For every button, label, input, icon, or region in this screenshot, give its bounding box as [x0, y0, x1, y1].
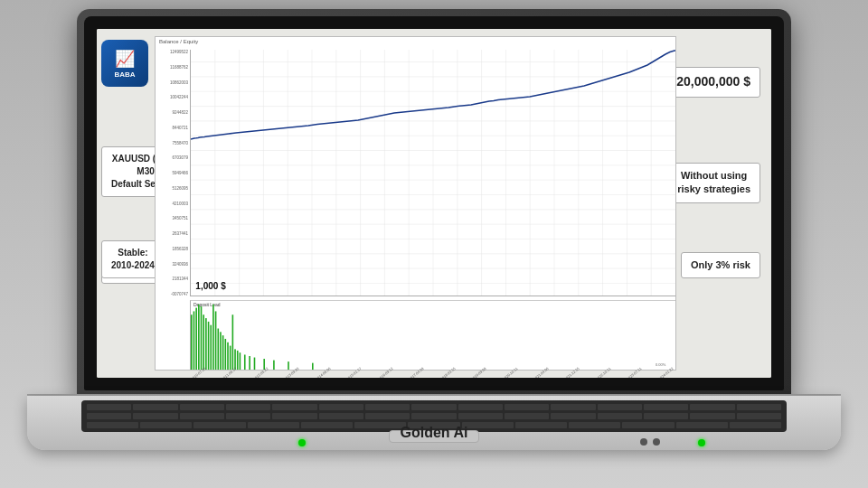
key — [133, 413, 177, 419]
svg-rect-54 — [237, 351, 239, 370]
svg-rect-46 — [217, 328, 219, 370]
key — [622, 422, 674, 428]
laptop-base: Golden Ai — [27, 396, 841, 450]
key — [737, 404, 781, 410]
svg-rect-45 — [215, 311, 217, 370]
callout-left-top-line2: M30 — [137, 166, 154, 176]
callout-bottom-right: Only 3% risk — [681, 252, 760, 278]
svg-rect-35 — [191, 314, 193, 370]
dot-2 — [653, 438, 660, 446]
svg-rect-57 — [249, 356, 250, 370]
svg-rect-49 — [225, 339, 227, 370]
key — [133, 404, 177, 410]
svg-rect-48 — [222, 335, 224, 370]
key — [193, 422, 245, 428]
svg-rect-61 — [288, 361, 289, 370]
y-label-12: 3450751 — [157, 216, 188, 221]
key — [676, 422, 728, 428]
svg-rect-37 — [195, 307, 197, 370]
key — [730, 422, 781, 428]
logo-text: BABA — [114, 70, 135, 79]
y-label-11: 4210003 — [157, 202, 188, 206]
callout-mid-right-line2: risky strategies — [677, 183, 750, 194]
y-label-10: 5126095 — [157, 186, 188, 191]
indicator-dots — [640, 438, 660, 446]
key — [365, 404, 410, 410]
svg-rect-43 — [210, 324, 212, 370]
callout-mid-right: Without using risky strategies — [667, 163, 760, 203]
deposit-svg: 0.00% — [191, 301, 675, 370]
svg-rect-44 — [212, 305, 214, 370]
svg-rect-39 — [201, 306, 203, 370]
key — [551, 404, 595, 410]
key — [644, 413, 688, 419]
svg-rect-51 — [230, 345, 231, 370]
key — [180, 404, 224, 410]
key — [411, 413, 456, 419]
key — [87, 422, 138, 428]
key — [598, 413, 642, 419]
key — [301, 422, 353, 428]
key — [248, 422, 299, 428]
key — [272, 404, 316, 410]
key — [319, 413, 363, 419]
callout-mid-right-line1: Without using — [681, 170, 747, 181]
y-label-8: 6703079 — [157, 155, 188, 160]
logo-icon: 📈 — [115, 49, 135, 69]
keyboard-row-2 — [87, 413, 781, 419]
y-label-5: 9244822 — [157, 110, 188, 115]
y-label-9: 5949466 — [157, 171, 188, 175]
svg-rect-60 — [273, 360, 275, 370]
y-label-7: 7558470 — [157, 141, 188, 145]
svg-rect-40 — [203, 314, 204, 370]
key — [505, 404, 549, 410]
keyboard-row-1 — [87, 404, 781, 410]
key — [458, 404, 503, 410]
y-axis: 12499522 11688762 10862003 10042244 9244… — [156, 50, 190, 296]
footer-label: Golden Ai — [401, 425, 468, 441]
key — [644, 404, 688, 410]
key — [598, 404, 642, 410]
indicator-left-green — [298, 439, 306, 446]
callout-left-bottom-line2: 2010-2024 — [111, 260, 155, 270]
key — [87, 404, 131, 410]
y-label-15: 3240936 — [157, 262, 188, 267]
screen-bezel: 📈 BABA XAUUSD (Gold) M30 Default Setting… — [84, 16, 784, 390]
key — [411, 404, 456, 410]
key — [180, 413, 224, 419]
svg-rect-38 — [198, 305, 200, 370]
key — [226, 404, 270, 410]
key — [462, 422, 514, 428]
screen-content: 📈 BABA XAUUSD (Gold) M30 Default Setting… — [97, 29, 771, 378]
indicator-right-green — [698, 439, 705, 446]
y-label-3: 10862003 — [157, 80, 188, 85]
main-chart: 1,000 $ — [190, 50, 675, 296]
deposit-chart: Deposit Load — [190, 300, 675, 370]
logo-box: 📈 BABA — [101, 40, 148, 87]
callout-bottom-right-text: Only 3% risk — [691, 259, 750, 270]
chart-title: Balance / Equity — [159, 39, 198, 44]
key — [226, 413, 270, 419]
grid-svg — [191, 50, 675, 296]
key — [140, 422, 192, 428]
svg-rect-50 — [227, 342, 229, 370]
svg-rect-58 — [254, 357, 256, 370]
svg-rect-36 — [193, 311, 195, 370]
key — [458, 413, 503, 419]
key — [354, 422, 406, 428]
svg-rect-62 — [312, 362, 314, 370]
y-label-2: 11688762 — [157, 65, 188, 70]
laptop-screen: 📈 BABA XAUUSD (Gold) M30 Default Setting… — [97, 29, 771, 378]
key — [551, 413, 595, 419]
y-label-6: 8440721 — [157, 126, 188, 130]
key — [569, 422, 620, 428]
key — [737, 413, 781, 419]
laptop-screen-outer: 📈 BABA XAUUSD (Gold) M30 Default Setting… — [77, 9, 791, 398]
key — [515, 422, 567, 428]
key — [319, 404, 363, 410]
svg-rect-52 — [232, 314, 234, 370]
key — [505, 413, 549, 419]
svg-text:0.00%: 0.00% — [656, 362, 666, 367]
y-label-1: 12499522 — [157, 50, 188, 54]
svg-rect-42 — [208, 322, 210, 370]
